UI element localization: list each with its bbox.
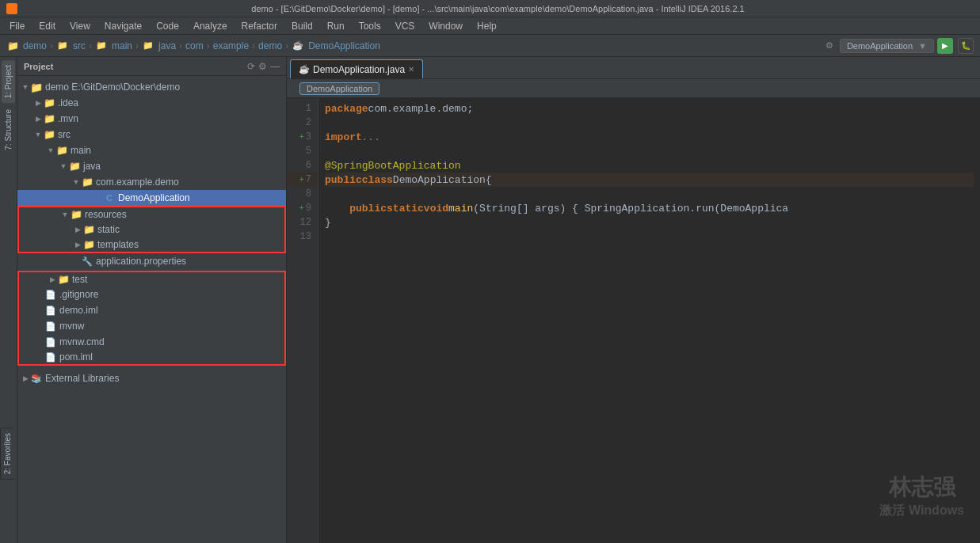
code-line-13 <box>325 230 974 244</box>
tree-node-main[interactable]: ▼ 📁 main <box>17 142 286 158</box>
tree-node-com[interactable]: ▼ 📁 com.example.demo <box>17 174 286 190</box>
tree-label-extlibs: External Libraries <box>45 373 119 384</box>
folder-icon-test: 📁 <box>57 273 70 286</box>
tree-arrow-mvnw <box>35 321 44 331</box>
tree-label-src: src <box>58 129 71 140</box>
tree-label-resources: resources <box>85 209 127 220</box>
breadcrumb-java[interactable]: java <box>158 40 176 51</box>
tree-label-main: main <box>71 145 91 156</box>
tree-node-mvnw[interactable]: 📄 mvnw <box>17 318 286 334</box>
tree-node-gitignore[interactable]: 📄 .gitignore <box>17 287 286 302</box>
menu-item-navigate[interactable]: Navigate <box>98 19 148 33</box>
tree-label-gitignore: .gitignore <box>59 289 98 300</box>
tree-node-demoiml[interactable]: 📄 demo.iml <box>17 302 286 318</box>
settings-icon[interactable]: ⚙ <box>258 61 267 72</box>
tree-arrow-mvnwcmd <box>35 337 44 347</box>
tree-node-ext-libs[interactable]: ▶ 📚 External Libraries <box>17 370 286 386</box>
folder-icon-java: 📁 <box>68 160 81 173</box>
minimize-icon[interactable]: — <box>270 61 280 72</box>
folder-icon-main: 📁 <box>55 144 68 157</box>
run-config-selector[interactable]: DemoApplication ▼ <box>840 39 934 53</box>
menu-item-analyze[interactable]: Analyze <box>187 19 234 33</box>
tree-label-mvnw: mvnw <box>59 321 84 332</box>
breadcrumb-demo2[interactable]: demo <box>258 40 282 51</box>
file-icon-mvnwcmd: 📄 <box>44 336 57 348</box>
panel-actions: ⟳ ⚙ — <box>247 61 280 72</box>
tree-node-java[interactable]: ▼ 📁 java <box>17 158 286 174</box>
folder-icon-com: 📁 <box>81 176 93 188</box>
sidebar-tab-structure[interactable]: 7: Structure <box>2 104 15 155</box>
folder-icon-demo: 📁 <box>30 81 43 93</box>
folder-icon-idea: 📁 <box>43 97 55 109</box>
menu-item-window[interactable]: Window <box>422 19 469 33</box>
menu-item-help[interactable]: Help <box>471 19 503 33</box>
breadcrumb-src[interactable]: src <box>73 40 86 51</box>
tree-node-demoapp[interactable]: C DemoApplication <box>17 190 286 206</box>
run-button[interactable]: ▶ <box>937 38 953 54</box>
class-label-bar: DemoApplication <box>287 79 980 98</box>
menu-item-file[interactable]: File <box>3 19 31 33</box>
menu-item-run[interactable]: Run <box>321 19 351 33</box>
run-area: ⚙ DemoApplication ▼ ▶ 🐛 <box>826 38 974 54</box>
tree-arrow-appprops <box>71 256 81 266</box>
folder-icon-mvn: 📁 <box>43 112 55 125</box>
code-line-8 <box>325 187 974 201</box>
tree-label-templates: templates <box>97 239 139 250</box>
debug-button[interactable]: 🐛 <box>958 38 974 54</box>
editor-area: ☕ DemoApplication.java ✕ DemoApplication… <box>287 57 980 543</box>
breadcrumb-example[interactable]: example <box>213 40 249 51</box>
tree-node-mvnwcmd[interactable]: 📄 mvnw.cmd <box>17 334 286 350</box>
panel-title: Project <box>24 62 53 71</box>
tree-node-templates[interactable]: ▶ 📁 templates <box>17 237 286 253</box>
sync-icon[interactable]: ⟳ <box>247 61 255 72</box>
breadcrumb-main[interactable]: main <box>112 40 132 51</box>
tree-arrow-extlibs: ▶ <box>21 374 30 383</box>
code-line-1: package com.example.demo; <box>325 101 974 116</box>
tab-close-icon[interactable]: ✕ <box>408 65 414 74</box>
tree-node-test[interactable]: ▶ 📁 test <box>17 271 286 287</box>
panel-header: Project ⟳ ⚙ — <box>17 57 286 76</box>
breadcrumb-bar: 📁 demo › 📁 src › 📁 main › 📁 java › com ›… <box>0 35 980 57</box>
library-icon: 📚 <box>30 372 43 385</box>
tree-arrow-java: ▼ <box>59 161 68 171</box>
menu-item-refactor[interactable]: Refactor <box>235 19 284 33</box>
tree-label-idea: .idea <box>58 97 78 108</box>
menu-item-edit[interactable]: Edit <box>32 19 62 33</box>
favorites-tab[interactable]: 2: Favorites <box>0 427 14 480</box>
tree-label-com: com.example.demo <box>96 177 179 188</box>
file-icon-pomiml: 📄 <box>44 351 57 363</box>
editor-tab-demoapp[interactable]: ☕ DemoApplication.java ✕ <box>290 59 423 78</box>
line-num-2: 2 <box>287 116 318 130</box>
tree-arrow-com: ▼ <box>71 177 81 187</box>
tree-node-mvn[interactable]: ▶ 📁 .mvn <box>17 111 286 127</box>
run-config-label: DemoApplication <box>847 41 913 51</box>
tree-node-src[interactable]: ▼ 📁 src <box>17 127 286 142</box>
menu-item-build[interactable]: Build <box>285 19 319 33</box>
breadcrumb-com[interactable]: com <box>185 40 204 51</box>
code-line-7: public class DemoApplication { <box>325 173 974 187</box>
tree-node-idea[interactable]: ▶ 📁 .idea <box>17 95 286 111</box>
tree-node-app-props[interactable]: 🔧 application.properties <box>17 253 286 269</box>
code-line-12: } <box>325 215 974 230</box>
tree-node-resources[interactable]: ▼ 📁 resources <box>17 206 286 222</box>
tree-arrow-demoapp <box>93 193 103 203</box>
breadcrumb-class[interactable]: DemoApplication <box>308 40 380 51</box>
tree-label-java: java <box>83 161 101 172</box>
tree-node-root[interactable]: ▼ 📁 demo E:\GitDemo\Docker\demo <box>17 79 286 95</box>
java-icon: ☕ <box>292 40 304 52</box>
menu-item-vcs[interactable]: VCS <box>389 19 421 33</box>
breadcrumb-demo[interactable]: demo <box>23 40 47 51</box>
sidebar-tab-project[interactable]: 1: Project <box>2 60 15 103</box>
tree-node-static[interactable]: ▶ 📁 static <box>17 222 286 237</box>
folder-icon-static: 📁 <box>82 223 95 236</box>
code-editor[interactable]: package com.example.demo; import ... @Sp… <box>318 98 980 543</box>
tree-label-static: static <box>97 224 120 235</box>
menu-item-tools[interactable]: Tools <box>353 19 387 33</box>
run-icon: ⚙ <box>826 40 833 51</box>
file-icon-demoiml: 📄 <box>44 304 57 317</box>
tree-node-pomiml[interactable]: 📄 pom.iml <box>17 350 286 366</box>
menu-item-code[interactable]: Code <box>150 19 185 33</box>
menu-item-view[interactable]: View <box>63 19 97 33</box>
app-icon <box>6 3 17 14</box>
java-class-icon: C <box>103 192 116 204</box>
